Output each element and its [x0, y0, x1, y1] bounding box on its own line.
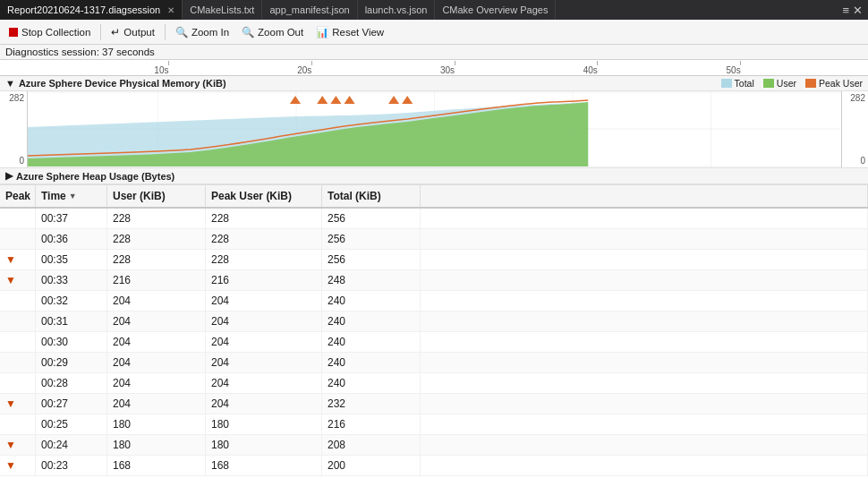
td-peak-user-0: 228 — [206, 209, 322, 228]
table-row[interactable]: ▼ 00:27 204 204 232 — [0, 394, 868, 414]
td-peak-11: ▼ — [0, 435, 36, 455]
table-row[interactable]: 00:32 204 204 240 — [0, 291, 868, 312]
chart-legend: Total User Peak User — [721, 78, 863, 89]
zoom-out-button[interactable]: 🔍 Zoom Out — [236, 24, 309, 40]
td-peak-10 — [0, 414, 36, 434]
chart-plot — [27, 91, 841, 167]
ruler-mark-50s: 50s — [734, 61, 748, 75]
td-peak-user-2: 228 — [206, 250, 322, 269]
table-row[interactable]: 00:29 204 204 240 — [0, 353, 868, 373]
table-row[interactable]: 00:25 180 180 216 — [0, 414, 868, 435]
physical-memory-header[interactable]: ▼ Azure Sphere Device Physical Memory (K… — [0, 76, 868, 91]
peak-marker-2: ▼ — [5, 253, 16, 266]
td-user-4: 204 — [107, 291, 206, 311]
ruler-mark-20s: 20s — [304, 61, 319, 75]
ruler-label-10s: 10s — [154, 65, 168, 75]
td-total-12: 200 — [322, 456, 421, 475]
td-peak-2: ▼ — [0, 250, 36, 269]
td-peak-8 — [0, 373, 36, 393]
y-axis-left: 282 0 — [0, 91, 27, 167]
y-min-right: 0 — [860, 156, 865, 166]
th-peak-user[interactable]: Peak User (KiB) — [206, 185, 322, 207]
tab-cmake-label: CMakeLists.txt — [190, 4, 254, 15]
table-body[interactable]: 00:37 228 228 256 00:36 228 228 256 ▼ 00… — [0, 209, 868, 476]
session-info-text: Diagnostics session: 37 seconds — [5, 47, 155, 57]
tab-overview[interactable]: CMake Overview Pages — [435, 0, 556, 20]
table-row[interactable]: 00:30 204 204 240 — [0, 332, 868, 353]
td-total-9: 232 — [322, 394, 421, 414]
td-total-11: 208 — [322, 435, 421, 455]
peak-marker-9: ▼ — [5, 397, 16, 410]
table-row[interactable]: ▼ 00:24 180 180 208 — [0, 435, 868, 456]
tab-bar: Report20210624-1317.diagsession ✕ CMakeL… — [0, 0, 868, 20]
table-row[interactable]: 00:36 228 228 256 — [0, 229, 868, 250]
reset-view-label: Reset View — [332, 27, 384, 38]
table-row[interactable]: 00:28 204 204 240 — [0, 373, 868, 394]
toolbar-separator-1 — [100, 24, 101, 40]
table-row[interactable]: ▼ 00:33 216 216 248 — [0, 270, 868, 291]
td-user-10: 180 — [107, 414, 206, 434]
td-time-9: 00:27 — [36, 394, 107, 414]
th-peak: Peak — [0, 185, 36, 207]
svg-marker-11 — [345, 96, 355, 104]
y-max-right: 282 — [850, 93, 865, 103]
physical-memory-title: Azure Sphere Device Physical Memory (KiB… — [19, 78, 226, 89]
stop-collection-label: Stop Collection — [21, 27, 90, 38]
heap-usage-header[interactable]: ▶ Azure Sphere Heap Usage (Bytes) — [0, 167, 868, 184]
td-time-4: 00:32 — [36, 291, 107, 311]
heap-usage-title: Azure Sphere Heap Usage (Bytes) — [16, 171, 174, 182]
table-row[interactable]: ▼ 00:23 168 168 200 — [0, 456, 868, 476]
table-row[interactable]: ▼ 00:35 228 228 256 — [0, 250, 868, 270]
th-user[interactable]: User (KiB) — [107, 185, 206, 207]
table-row[interactable]: 00:31 204 204 240 — [0, 312, 868, 332]
legend-user-color — [763, 79, 774, 88]
td-peak-user-6: 204 — [206, 332, 322, 352]
zoom-in-icon: 🔍 — [175, 26, 188, 38]
legend-peak-user: Peak User — [805, 78, 863, 89]
tab-actions: ≡ ✕ — [837, 4, 868, 17]
tab-cmake[interactable]: CMakeLists.txt — [183, 0, 262, 20]
chart-section: 10s 20s 30s 40s 50s ▼ Azure Sphere Devic… — [0, 60, 868, 185]
legend-total-label: Total — [735, 78, 754, 89]
td-rest-1 — [421, 229, 868, 249]
td-rest-0 — [421, 209, 868, 228]
table-row[interactable]: 00:37 228 228 256 — [0, 209, 868, 229]
td-peak-4 — [0, 291, 36, 311]
th-total-label: Total (KiB) — [328, 190, 381, 202]
peak-marker-3: ▼ — [5, 274, 16, 286]
th-total[interactable]: Total (KiB) — [322, 185, 421, 207]
y-min: 0 — [19, 156, 24, 166]
table-header: Peak Time ▼ User (KiB) Peak User (KiB) T… — [0, 185, 868, 209]
tab-close-icon[interactable]: ✕ — [167, 5, 174, 15]
legend-total: Total — [721, 78, 754, 89]
td-time-5: 00:31 — [36, 312, 107, 331]
ruler-label-40s: 40s — [583, 65, 598, 75]
ruler-label-50s: 50s — [727, 65, 741, 75]
zoom-in-button[interactable]: 🔍 Zoom In — [170, 24, 234, 40]
td-time-6: 00:30 — [36, 332, 107, 352]
svg-marker-13 — [402, 96, 413, 104]
physical-memory-chart-body: 282 0 — [0, 91, 868, 167]
th-time[interactable]: Time ▼ — [36, 185, 107, 207]
ruler-mark-40s: 40s — [591, 61, 605, 75]
td-peak-user-7: 204 — [206, 353, 322, 372]
td-time-0: 00:37 — [36, 209, 107, 228]
td-rest-12 — [421, 456, 868, 475]
output-button[interactable]: ↵ Output — [106, 24, 160, 40]
legend-total-color — [721, 79, 732, 88]
tab-list-icon[interactable]: ≡ — [842, 4, 849, 17]
tab-manifest[interactable]: app_manifest.json — [262, 0, 357, 20]
tab-close-all-icon[interactable]: ✕ — [853, 4, 863, 17]
legend-user-label: User — [777, 78, 796, 89]
td-peak-1 — [0, 229, 36, 249]
td-total-6: 240 — [322, 332, 421, 352]
tab-launch[interactable]: launch.vs.json — [358, 0, 436, 20]
tab-diag[interactable]: Report20210624-1317.diagsession ✕ — [0, 0, 183, 20]
stop-collection-button[interactable]: Stop Collection — [4, 25, 96, 39]
td-peak-user-4: 204 — [206, 291, 322, 311]
td-time-8: 00:28 — [36, 373, 107, 393]
td-total-1: 256 — [322, 229, 421, 249]
toolbar: Stop Collection ↵ Output 🔍 Zoom In 🔍 Zoo… — [0, 20, 868, 45]
reset-view-button[interactable]: 📊 Reset View — [311, 24, 389, 40]
stop-icon — [9, 28, 18, 37]
